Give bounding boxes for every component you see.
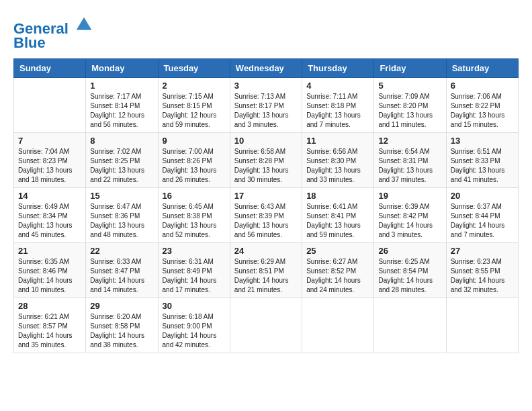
day-number: 4 (306, 81, 369, 91)
calendar-cell: 29 Sunrise: 6:20 AM Sunset: 8:58 PM Dayl… (86, 298, 158, 353)
week-row-1: 7 Sunrise: 7:04 AM Sunset: 8:23 PM Dayli… (14, 133, 519, 188)
day-number: 14 (18, 191, 81, 201)
calendar-cell: 2 Sunrise: 7:15 AM Sunset: 8:15 PM Dayli… (158, 78, 230, 133)
week-row-2: 14 Sunrise: 6:49 AM Sunset: 8:34 PM Dayl… (14, 188, 519, 243)
calendar-cell: 24 Sunrise: 6:29 AM Sunset: 8:51 PM Dayl… (230, 243, 302, 298)
day-number: 12 (378, 136, 441, 146)
calendar-cell (230, 298, 302, 353)
calendar-cell: 10 Sunrise: 6:58 AM Sunset: 8:28 PM Dayl… (230, 133, 302, 188)
day-number: 19 (378, 191, 441, 201)
calendar-cell: 8 Sunrise: 7:02 AM Sunset: 8:25 PM Dayli… (86, 133, 158, 188)
weekday-header-saturday: Saturday (446, 59, 518, 78)
day-info: Sunrise: 6:27 AM Sunset: 8:52 PM Dayligh… (306, 257, 369, 295)
logo-text: General (13, 13, 94, 37)
calendar-cell: 6 Sunrise: 7:06 AM Sunset: 8:22 PM Dayli… (446, 78, 518, 133)
day-number: 8 (90, 136, 153, 146)
weekday-header-tuesday: Tuesday (158, 59, 230, 78)
day-number: 30 (163, 301, 226, 311)
day-number: 21 (18, 246, 81, 256)
calendar-cell: 12 Sunrise: 6:54 AM Sunset: 8:31 PM Dayl… (374, 133, 446, 188)
day-info: Sunrise: 6:43 AM Sunset: 8:39 PM Dayligh… (234, 202, 298, 240)
day-info: Sunrise: 6:29 AM Sunset: 8:51 PM Dayligh… (234, 257, 298, 295)
day-number: 26 (378, 246, 441, 256)
weekday-header-row: SundayMondayTuesdayWednesdayThursdayFrid… (14, 59, 519, 78)
day-number: 18 (306, 191, 369, 201)
calendar-cell: 30 Sunrise: 6:18 AM Sunset: 9:00 PM Dayl… (158, 298, 230, 353)
day-info: Sunrise: 6:45 AM Sunset: 8:38 PM Dayligh… (163, 202, 226, 240)
day-number: 24 (234, 246, 298, 256)
calendar-cell: 25 Sunrise: 6:27 AM Sunset: 8:52 PM Dayl… (302, 243, 374, 298)
calendar-cell: 3 Sunrise: 7:13 AM Sunset: 8:17 PM Dayli… (230, 78, 302, 133)
day-number: 6 (451, 81, 514, 91)
day-number: 29 (90, 301, 153, 311)
calendar-cell: 18 Sunrise: 6:41 AM Sunset: 8:41 PM Dayl… (302, 188, 374, 243)
week-row-4: 28 Sunrise: 6:21 AM Sunset: 8:57 PM Dayl… (14, 298, 519, 353)
day-number: 2 (163, 81, 226, 91)
day-number: 5 (378, 81, 441, 91)
weekday-header-monday: Monday (86, 59, 158, 78)
calendar-cell (302, 298, 374, 353)
week-row-3: 21 Sunrise: 6:35 AM Sunset: 8:46 PM Dayl… (14, 243, 519, 298)
day-number: 23 (163, 246, 226, 256)
calendar-cell: 5 Sunrise: 7:09 AM Sunset: 8:20 PM Dayli… (374, 78, 446, 133)
day-info: Sunrise: 6:58 AM Sunset: 8:28 PM Dayligh… (234, 147, 298, 185)
calendar-cell: 11 Sunrise: 6:56 AM Sunset: 8:30 PM Dayl… (302, 133, 374, 188)
day-info: Sunrise: 6:37 AM Sunset: 8:44 PM Dayligh… (451, 202, 514, 240)
day-number: 10 (234, 136, 298, 146)
calendar-cell: 23 Sunrise: 6:31 AM Sunset: 8:49 PM Dayl… (158, 243, 230, 298)
weekday-header-wednesday: Wednesday (230, 59, 302, 78)
day-number: 11 (306, 136, 369, 146)
day-info: Sunrise: 7:06 AM Sunset: 8:22 PM Dayligh… (451, 92, 514, 130)
day-number: 17 (234, 191, 298, 201)
calendar-cell (374, 298, 446, 353)
calendar-cell: 9 Sunrise: 7:00 AM Sunset: 8:26 PM Dayli… (158, 133, 230, 188)
calendar-cell: 17 Sunrise: 6:43 AM Sunset: 8:39 PM Dayl… (230, 188, 302, 243)
day-info: Sunrise: 6:31 AM Sunset: 8:49 PM Dayligh… (163, 257, 226, 295)
day-info: Sunrise: 6:47 AM Sunset: 8:36 PM Dayligh… (90, 202, 153, 240)
day-info: Sunrise: 7:15 AM Sunset: 8:15 PM Dayligh… (163, 92, 226, 130)
calendar-table: SundayMondayTuesdayWednesdayThursdayFrid… (13, 58, 519, 353)
calendar-cell: 14 Sunrise: 6:49 AM Sunset: 8:34 PM Dayl… (14, 188, 86, 243)
day-info: Sunrise: 7:11 AM Sunset: 8:18 PM Dayligh… (306, 92, 369, 130)
week-row-0: 1 Sunrise: 7:17 AM Sunset: 8:14 PM Dayli… (14, 78, 519, 133)
day-info: Sunrise: 7:04 AM Sunset: 8:23 PM Dayligh… (18, 147, 81, 185)
day-info: Sunrise: 6:35 AM Sunset: 8:46 PM Dayligh… (18, 257, 81, 295)
day-info: Sunrise: 6:39 AM Sunset: 8:42 PM Dayligh… (378, 202, 441, 240)
calendar-cell (14, 78, 86, 133)
calendar-cell: 7 Sunrise: 7:04 AM Sunset: 8:23 PM Dayli… (14, 133, 86, 188)
calendar-cell: 15 Sunrise: 6:47 AM Sunset: 8:36 PM Dayl… (86, 188, 158, 243)
day-info: Sunrise: 6:51 AM Sunset: 8:33 PM Dayligh… (451, 147, 514, 185)
day-info: Sunrise: 6:23 AM Sunset: 8:55 PM Dayligh… (451, 257, 514, 295)
calendar-cell: 4 Sunrise: 7:11 AM Sunset: 8:18 PM Dayli… (302, 78, 374, 133)
day-info: Sunrise: 7:13 AM Sunset: 8:17 PM Dayligh… (234, 92, 298, 130)
day-info: Sunrise: 7:02 AM Sunset: 8:25 PM Dayligh… (90, 147, 153, 185)
calendar-body: 1 Sunrise: 7:17 AM Sunset: 8:14 PM Dayli… (14, 78, 519, 353)
day-number: 20 (451, 191, 514, 201)
day-info: Sunrise: 7:17 AM Sunset: 8:14 PM Dayligh… (90, 92, 153, 130)
day-number: 13 (451, 136, 514, 146)
page-header: General Blue (13, 13, 519, 52)
day-number: 16 (163, 191, 226, 201)
calendar-cell: 28 Sunrise: 6:21 AM Sunset: 8:57 PM Dayl… (14, 298, 86, 353)
day-info: Sunrise: 7:00 AM Sunset: 8:26 PM Dayligh… (163, 147, 226, 185)
logo: General Blue (13, 13, 94, 52)
logo-icon (74, 13, 94, 34)
day-number: 15 (90, 191, 153, 201)
calendar-cell: 21 Sunrise: 6:35 AM Sunset: 8:46 PM Dayl… (14, 243, 86, 298)
day-info: Sunrise: 6:49 AM Sunset: 8:34 PM Dayligh… (18, 202, 81, 240)
calendar-cell: 19 Sunrise: 6:39 AM Sunset: 8:42 PM Dayl… (374, 188, 446, 243)
day-number: 1 (90, 81, 153, 91)
day-number: 25 (306, 246, 369, 256)
day-info: Sunrise: 6:25 AM Sunset: 8:54 PM Dayligh… (378, 257, 441, 295)
day-info: Sunrise: 6:33 AM Sunset: 8:47 PM Dayligh… (90, 257, 153, 295)
day-info: Sunrise: 6:41 AM Sunset: 8:41 PM Dayligh… (306, 202, 369, 240)
day-number: 28 (18, 301, 81, 311)
calendar-cell (446, 298, 518, 353)
day-info: Sunrise: 6:18 AM Sunset: 9:00 PM Dayligh… (163, 312, 226, 350)
calendar-cell: 22 Sunrise: 6:33 AM Sunset: 8:47 PM Dayl… (86, 243, 158, 298)
day-info: Sunrise: 6:56 AM Sunset: 8:30 PM Dayligh… (306, 147, 369, 185)
day-info: Sunrise: 7:09 AM Sunset: 8:20 PM Dayligh… (378, 92, 441, 130)
day-info: Sunrise: 6:21 AM Sunset: 8:57 PM Dayligh… (18, 312, 81, 350)
day-number: 9 (163, 136, 226, 146)
weekday-header-sunday: Sunday (14, 59, 86, 78)
